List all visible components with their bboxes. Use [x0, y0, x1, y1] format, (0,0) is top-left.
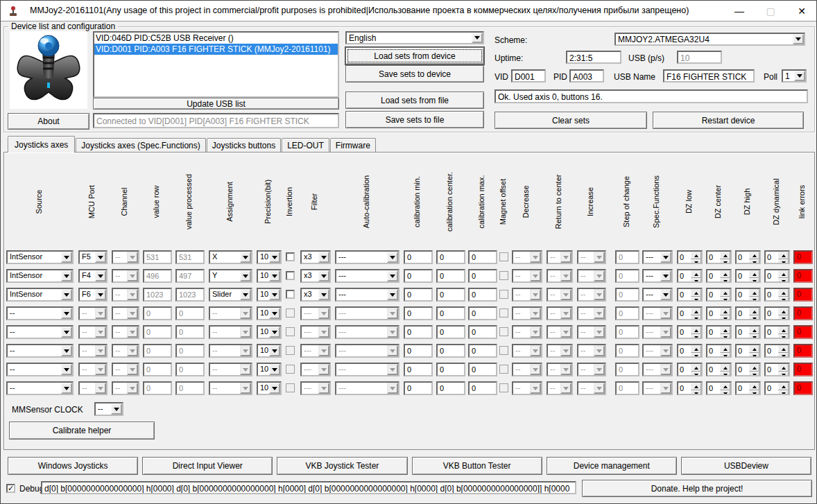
axis-row-2-auto-calibration[interactable]: --- — [335, 269, 399, 283]
chevron-down-icon[interactable] — [61, 270, 72, 281]
axis-row-4-precision[interactable]: 10 — [257, 306, 282, 320]
axis-row-3-calibration-min[interactable]: 0 — [404, 288, 433, 302]
axis-row-2-source[interactable]: IntSensor — [6, 269, 74, 283]
axis-row-8-calibration-min[interactable]: 0 — [404, 381, 433, 395]
chevron-down-icon[interactable] — [61, 383, 72, 394]
axis-row-6-dz-low[interactable]: 0 — [677, 344, 703, 358]
vid-field[interactable]: D001 — [511, 69, 546, 82]
axis-row-3-spec-functions[interactable]: --- — [642, 288, 673, 302]
axis-row-2-calibration-center[interactable]: 0 — [436, 269, 465, 283]
pid-field[interactable]: A003 — [569, 69, 604, 82]
scheme-select[interactable]: MMJOY2.ATMEGA32U4 — [614, 33, 805, 46]
chevron-down-icon[interactable] — [240, 252, 251, 263]
axis-row-8-calibration-max[interactable]: 0 — [468, 381, 497, 395]
chevron-down-icon[interactable] — [269, 270, 280, 281]
chevron-down-icon[interactable] — [794, 71, 805, 81]
axis-row-1-calibration-min[interactable]: 0 — [404, 250, 433, 264]
device-list-item[interactable]: VID:D001 PID:A003 F16 FIGHTER STICK (MMJ… — [94, 44, 338, 55]
axis-row-8-dz-center[interactable]: 0 — [706, 381, 732, 395]
axis-row-2-dz-low[interactable]: 0 — [677, 269, 703, 283]
mmsensor-clock-select[interactable]: -- — [94, 402, 123, 416]
chevron-down-icon[interactable] — [61, 308, 72, 319]
axis-row-1-assignment[interactable]: X — [209, 250, 252, 264]
axis-row-3-calibration-max[interactable]: 0 — [468, 288, 497, 302]
axis-row-4-source[interactable]: -- — [6, 306, 74, 320]
maximize-button[interactable]: ▢ — [757, 1, 784, 21]
axis-row-7-calibration-center[interactable]: 0 — [436, 363, 465, 376]
axis-row-5-dz-dynamical[interactable]: 0 — [764, 325, 790, 339]
device-list-item[interactable]: VID:046D PID:C52B USB Receiver () — [94, 33, 338, 44]
chevron-down-icon[interactable] — [95, 289, 106, 300]
axis-row-6-calibration-min[interactable]: 0 — [404, 344, 433, 358]
axis-row-8-dz-dynamical[interactable]: 0 — [764, 381, 790, 395]
axis-row-2-dz-dynamical[interactable]: 0 — [764, 269, 790, 283]
chevron-down-icon[interactable] — [61, 327, 72, 338]
axis-row-7-dz-dynamical[interactable]: 0 — [764, 363, 790, 376]
update-usb-list-button[interactable]: Update USB list — [93, 98, 339, 110]
axis-row-3-dz-high[interactable]: 0 — [735, 288, 761, 302]
restart-device-button[interactable]: Restart device — [653, 112, 804, 129]
axis-row-2-spec-functions[interactable]: --- — [642, 269, 673, 283]
windows-joysticks-button[interactable]: Windows Joysticks — [8, 457, 138, 475]
vkb-joystick-tester-button[interactable]: VKB Joystick Tester — [277, 457, 407, 475]
chevron-down-icon[interactable] — [61, 289, 72, 300]
axis-row-5-precision[interactable]: 10 — [257, 325, 282, 339]
chevron-down-icon[interactable] — [318, 289, 329, 300]
axis-row-4-calibration-min[interactable]: 0 — [404, 306, 433, 320]
chevron-down-icon[interactable] — [660, 289, 671, 300]
language-select[interactable]: English — [345, 31, 484, 44]
axis-row-4-calibration-center[interactable]: 0 — [436, 306, 465, 320]
axis-row-6-source[interactable]: -- — [6, 344, 74, 358]
chevron-down-icon[interactable] — [472, 33, 483, 43]
clear-sets-button[interactable]: Clear sets — [495, 112, 647, 129]
axis-row-6-calibration-center[interactable]: 0 — [436, 344, 465, 358]
axis-row-7-dz-center[interactable]: 0 — [706, 363, 732, 376]
axis-row-2-filter[interactable]: x3 — [300, 269, 331, 283]
chevron-down-icon[interactable] — [387, 252, 398, 263]
axis-row-3-assignment[interactable]: Slider — [209, 288, 252, 302]
axis-row-3-mcu-port[interactable]: F6 — [78, 288, 108, 302]
axis-row-5-dz-high[interactable]: 0 — [735, 325, 761, 339]
tab-led-out[interactable]: LED-OUT — [282, 138, 329, 153]
save-sets-to-device-button[interactable]: Save sets to device — [345, 65, 484, 82]
axis-row-3-invertion[interactable] — [286, 290, 295, 299]
axis-row-2-invertion[interactable] — [286, 271, 295, 280]
axis-row-7-dz-high[interactable]: 0 — [735, 363, 761, 376]
axis-row-3-calibration-center[interactable]: 0 — [436, 288, 465, 302]
axis-row-8-calibration-center[interactable]: 0 — [436, 381, 465, 395]
axis-row-5-calibration-center[interactable]: 0 — [436, 325, 465, 339]
axis-row-3-dz-center[interactable]: 0 — [706, 288, 732, 302]
axis-row-6-calibration-max[interactable]: 0 — [468, 344, 497, 358]
axis-row-6-dz-center[interactable]: 0 — [706, 344, 732, 358]
poll-select[interactable]: 1 — [782, 69, 807, 82]
chevron-down-icon[interactable] — [318, 270, 329, 281]
axis-row-7-dz-low[interactable]: 0 — [677, 363, 703, 376]
axis-row-2-assignment[interactable]: Y — [209, 269, 252, 283]
calibrate-helper-button[interactable]: Calibrate helper — [9, 422, 155, 440]
chevron-down-icon[interactable] — [269, 383, 280, 394]
axis-row-6-dz-high[interactable]: 0 — [735, 344, 761, 358]
direct-input-viewer-button[interactable]: Direct Input Viewer — [142, 457, 273, 475]
axis-row-6-precision[interactable]: 10 — [257, 344, 282, 358]
axis-row-1-dz-low[interactable]: 0 — [677, 250, 703, 264]
axis-row-2-mcu-port[interactable]: F4 — [78, 269, 108, 283]
chevron-down-icon[interactable] — [660, 270, 671, 281]
axis-row-1-dz-dynamical[interactable]: 0 — [764, 250, 790, 264]
axis-row-4-calibration-max[interactable]: 0 — [468, 306, 497, 320]
chevron-down-icon[interactable] — [240, 270, 251, 281]
axis-row-6-dz-dynamical[interactable]: 0 — [764, 344, 790, 358]
axis-row-7-precision[interactable]: 10 — [257, 363, 282, 376]
axis-row-3-dz-low[interactable]: 0 — [677, 288, 703, 302]
axis-row-1-source[interactable]: IntSensor — [6, 250, 74, 264]
axis-row-1-calibration-max[interactable]: 0 — [468, 250, 497, 264]
axis-row-3-dz-dynamical[interactable]: 0 — [764, 288, 790, 302]
axis-row-4-dz-dynamical[interactable]: 0 — [764, 306, 790, 320]
chevron-down-icon[interactable] — [61, 345, 72, 356]
axis-row-4-dz-low[interactable]: 0 — [677, 306, 703, 320]
axis-row-2-dz-high[interactable]: 0 — [735, 269, 761, 283]
axis-row-3-auto-calibration[interactable]: --- — [335, 288, 399, 302]
chevron-down-icon[interactable] — [387, 289, 398, 300]
axis-row-8-dz-low[interactable]: 0 — [677, 381, 703, 395]
load-sets-from-file-button[interactable]: Load sets from file — [345, 92, 484, 109]
chevron-down-icon[interactable] — [660, 252, 671, 263]
